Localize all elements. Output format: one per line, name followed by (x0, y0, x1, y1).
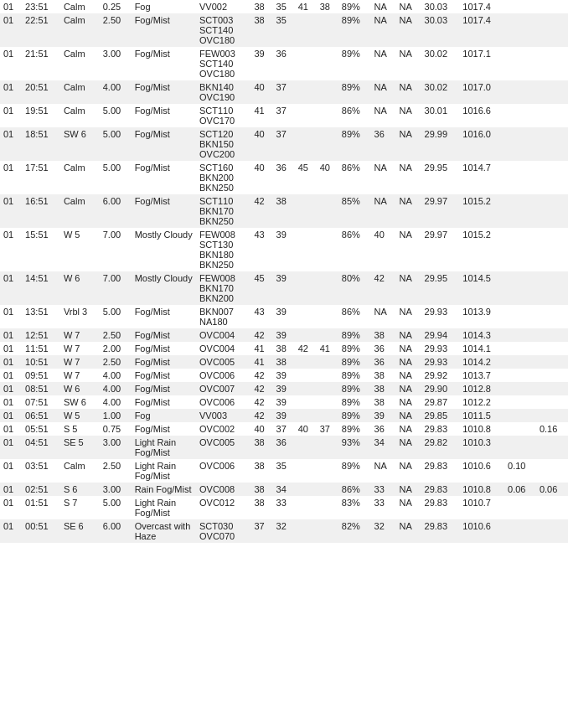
table-row: 0117:51Calm5.00Fog/MistSCT160BKN200BKN25… (0, 161, 568, 194)
table-row: 0108:51W 64.00Fog/MistOVC007423989%38NA2… (0, 382, 568, 395)
table-row: 0100:51SE 66.00Overcast with HazeSCT030O… (0, 519, 568, 543)
table-row: 0102:51S 63.00Rain Fog/MistOVC008383486%… (0, 483, 568, 496)
table-row: 0112:51W 72.50Fog/MistOVC004423989%38NA2… (0, 328, 568, 342)
table-row: 0104:51SE 53.00Light Rain Fog/MistOVC005… (0, 436, 568, 459)
table-row: 0107:51SW 64.00Fog/MistOVC006423989%38NA… (0, 395, 568, 409)
weather-data-table: 0123:51Calm0.25FogVV0023835413889%NANA30… (0, 0, 568, 543)
table-row: 0105:51S 50.75Fog/MistOVC0024037403789%3… (0, 422, 568, 436)
table-row: 0122:51Calm2.50Fog/MistSCT003SCT140OVC18… (0, 13, 568, 47)
table-row: 0123:51Calm0.25FogVV0023835413889%NANA30… (0, 0, 568, 13)
table-row: 0120:51Calm4.00Fog/MistBKN140OVC19040378… (0, 80, 568, 104)
table-row: 0111:51W 72.00Fog/MistOVC0044138424189%3… (0, 342, 568, 355)
table-row: 0103:51Calm2.50Light Rain Fog/MistOVC006… (0, 459, 568, 483)
table-row: 0109:51W 74.00Fog/MistOVC006423989%38NA2… (0, 369, 568, 382)
table-row: 0119:51Calm5.00Fog/MistSCT110OVC17041378… (0, 104, 568, 127)
table-row: 0113:51Vrbl 35.00Fog/MistBKN007NA1804339… (0, 305, 568, 328)
table-row: 0116:51Calm6.00Fog/MistSCT110BKN170BKN25… (0, 194, 568, 228)
table-row: 0101:51S 75.00Light Rain Fog/MistOVC0123… (0, 496, 568, 519)
table-row: 0110:51W 72.50Fog/MistOVC005413889%36NA2… (0, 355, 568, 369)
table-row: 0106:51W 51.00FogVV003423989%39NA29.8510… (0, 409, 568, 422)
table-row: 0115:51W 57.00Mostly CloudyFEW008SCT130B… (0, 228, 568, 271)
table-row: 0121:51Calm3.00Fog/MistFEW003SCT140OVC18… (0, 47, 568, 80)
table-row: 0114:51W 67.00Mostly CloudyFEW008BKN170B… (0, 271, 568, 305)
table-row: 0118:51SW 65.00Fog/MistSCT120BKN150OVC20… (0, 127, 568, 161)
